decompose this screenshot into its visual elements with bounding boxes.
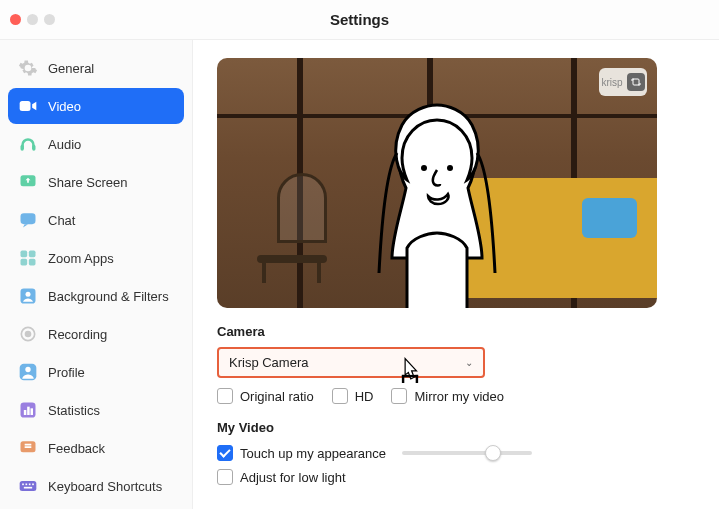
record-icon [18,324,38,344]
svg-rect-8 [29,259,36,266]
svg-rect-0 [20,101,31,111]
video-icon [18,96,38,116]
sidebar-item-profile[interactable]: Profile [8,354,184,390]
preview-avatar [352,98,522,308]
svg-point-29 [447,165,453,171]
cursor-icon [397,355,423,388]
camera-section-heading: Camera [217,324,695,339]
apps-icon [18,248,38,268]
checkbox-label: HD [355,389,374,404]
video-preview: krisp [217,58,657,308]
sidebar-item-label: Share Screen [48,175,128,190]
touchup-checkbox[interactable]: Touch up my appearance [217,445,386,461]
svg-point-12 [26,332,31,337]
svg-rect-5 [21,251,28,258]
svg-rect-21 [22,484,24,486]
svg-rect-31 [402,375,418,377]
svg-rect-7 [21,259,28,266]
preview-chair [247,173,337,283]
profile-icon [18,362,38,382]
headphones-icon [18,134,38,154]
svg-rect-32 [402,375,404,383]
svg-rect-24 [32,484,34,486]
window-title: Settings [330,11,389,28]
background-icon [18,286,38,306]
window-controls [10,14,55,25]
statistics-icon [18,400,38,420]
camera-selected-value: Krisp Camera [229,355,308,370]
sidebar-item-keyboard-shortcuts[interactable]: Keyboard Shortcuts [8,468,184,504]
slider-thumb[interactable] [485,445,501,461]
svg-rect-33 [416,375,418,383]
sidebar-item-chat[interactable]: Chat [8,202,184,238]
svg-rect-22 [26,484,28,486]
chevron-down-icon: ⌄ [465,357,473,368]
settings-content: krisp Camera Krisp Camera ⌄ Original rat… [193,40,719,509]
share-screen-icon [18,172,38,192]
svg-point-28 [421,165,427,171]
svg-rect-18 [31,408,34,415]
mirror-video-checkbox[interactable]: Mirror my video [391,388,504,404]
svg-rect-17 [27,407,30,415]
sidebar-item-label: General [48,61,94,76]
checkbox-label: Touch up my appearance [240,446,386,461]
sidebar-item-share-screen[interactable]: Share Screen [8,164,184,200]
svg-rect-4 [21,213,36,224]
settings-sidebar: General Video Audio Share Screen [0,40,193,509]
original-ratio-checkbox[interactable]: Original ratio [217,388,314,404]
svg-rect-6 [29,251,36,258]
sidebar-item-label: Video [48,99,81,114]
svg-point-10 [26,292,31,297]
preview-badge-text: krisp [601,77,622,88]
rotate-icon [627,73,645,91]
sidebar-item-general[interactable]: General [8,50,184,86]
preview-pillow [582,198,637,238]
titlebar: Settings [0,0,719,40]
sidebar-item-label: Zoom Apps [48,251,114,266]
chat-icon [18,210,38,230]
sidebar-item-zoom-apps[interactable]: Zoom Apps [8,240,184,276]
rotate-camera-button[interactable]: krisp [599,68,647,96]
sidebar-item-label: Recording [48,327,107,342]
sidebar-item-label: Keyboard Shortcuts [48,479,162,494]
checkbox-label: Original ratio [240,389,314,404]
camera-select[interactable]: Krisp Camera ⌄ [217,347,485,378]
svg-rect-1 [21,145,24,151]
checkbox-label: Mirror my video [414,389,504,404]
zoom-window-button[interactable] [44,14,55,25]
sidebar-item-video[interactable]: Video [8,88,184,124]
lowlight-checkbox[interactable]: Adjust for low light [217,469,346,485]
sidebar-item-label: Feedback [48,441,105,456]
svg-rect-2 [32,145,35,151]
gear-icon [18,58,38,78]
sidebar-item-label: Statistics [48,403,100,418]
svg-rect-23 [29,484,31,486]
sidebar-item-label: Chat [48,213,75,228]
sidebar-item-statistics[interactable]: Statistics [8,392,184,428]
sidebar-item-feedback[interactable]: Feedback [8,430,184,466]
svg-rect-20 [20,481,37,491]
sidebar-item-label: Background & Filters [48,289,169,304]
my-video-section-heading: My Video [217,420,695,435]
checkbox-label: Adjust for low light [240,470,346,485]
svg-rect-30 [633,79,639,85]
touchup-slider[interactable] [402,451,532,455]
svg-rect-16 [24,410,26,415]
sidebar-item-label: Audio [48,137,81,152]
svg-point-14 [25,367,30,372]
sidebar-item-audio[interactable]: Audio [8,126,184,162]
sidebar-item-recording[interactable]: Recording [8,316,184,352]
minimize-window-button[interactable] [27,14,38,25]
hd-checkbox[interactable]: HD [332,388,374,404]
svg-rect-25 [24,487,32,489]
sidebar-item-background-filters[interactable]: Background & Filters [8,278,184,314]
sidebar-item-label: Profile [48,365,85,380]
close-window-button[interactable] [10,14,21,25]
feedback-icon [18,438,38,458]
keyboard-icon [18,476,38,496]
